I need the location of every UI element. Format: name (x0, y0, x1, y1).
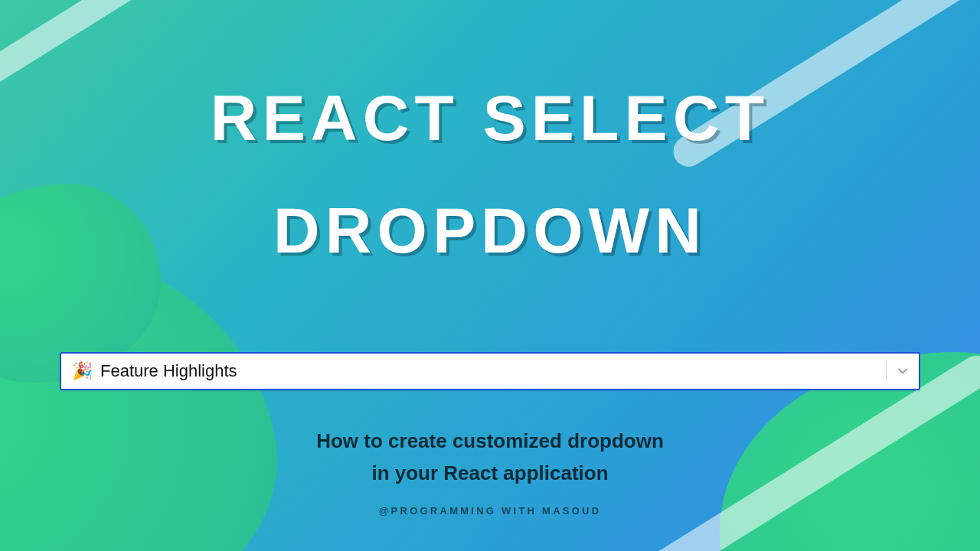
subtitle-line-1: How to create customized dropdown (316, 425, 664, 458)
title-line-2: DROPDOWN (69, 195, 911, 266)
thumbnail-stage: REACT SELECT DROPDOWN 🎉 Feature Highligh… (0, 0, 980, 551)
party-popper-icon: 🎉 (72, 363, 93, 380)
select-separator (886, 361, 887, 381)
subtitle-line-2: in your React application (316, 458, 664, 490)
subtitle: How to create customized dropdown in you… (316, 425, 664, 489)
select-dropdown[interactable]: 🎉 Feature Highlights (60, 352, 920, 390)
chevron-down-icon[interactable] (894, 363, 911, 380)
title-line-1: REACT SELECT (69, 83, 911, 153)
credit-handle: @PROGRAMMING WITH MASOUD (379, 505, 602, 517)
select-value: Feature Highlights (100, 361, 237, 381)
main-title: REACT SELECT DROPDOWN (69, 0, 911, 266)
